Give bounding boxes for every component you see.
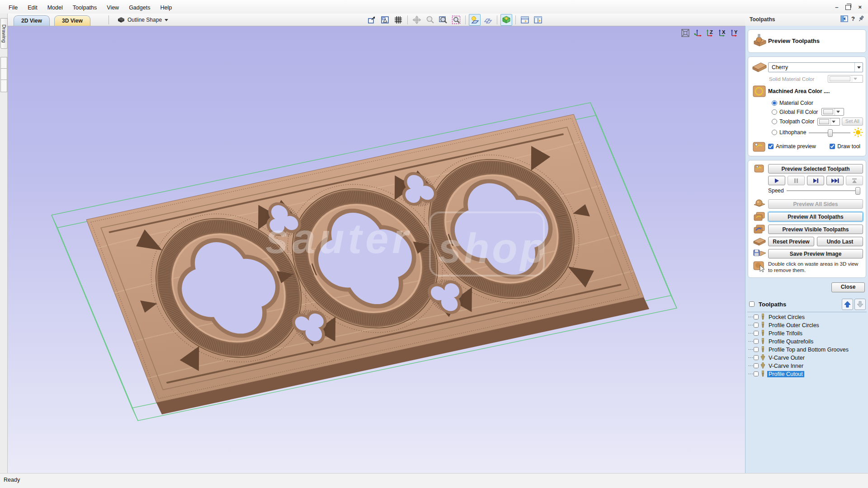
material-select-value: Cherry bbox=[769, 64, 854, 70]
menu-gadgets[interactable]: Gadgets bbox=[124, 4, 155, 14]
toolpath-item-label: Profile Top and Bottom Grooves bbox=[767, 347, 850, 353]
toolpath-item[interactable]: V-Carve Outer bbox=[748, 354, 868, 362]
menu-edit[interactable]: Edit bbox=[23, 4, 42, 14]
collapsed-panel-box[interactable] bbox=[0, 57, 7, 70]
material-select[interactable]: Cherry bbox=[768, 62, 863, 72]
toolpath-color-radio[interactable] bbox=[772, 119, 777, 124]
view-down-y-icon[interactable]: Y bbox=[729, 28, 740, 38]
collapsed-panel-box[interactable] bbox=[0, 80, 7, 92]
toolpaths-panel: Preview Toolpaths Cherry Solid Material … bbox=[745, 26, 868, 473]
close-button[interactable]: Close bbox=[831, 282, 865, 292]
tab-3d-view[interactable]: 3D View bbox=[54, 15, 90, 26]
preview-all-sides-button[interactable]: Preview All Sides bbox=[768, 199, 863, 209]
svg-text:Y: Y bbox=[734, 29, 738, 35]
play-icon[interactable] bbox=[768, 176, 785, 185]
lithophane-slider[interactable] bbox=[809, 129, 850, 136]
toolpath-item[interactable]: Profile Trifoils bbox=[748, 329, 868, 338]
toolpath-color-dropdown[interactable] bbox=[817, 118, 840, 126]
pan-icon[interactable] bbox=[411, 14, 423, 26]
outline-shape-button[interactable]: Outline Shape bbox=[114, 15, 172, 24]
minimize-icon[interactable]: – bbox=[835, 4, 838, 10]
axis-view-buttons: Z X Y bbox=[680, 28, 740, 38]
toolpath-item[interactable]: Profile Top and Bottom Grooves bbox=[748, 346, 868, 354]
end-mill-icon bbox=[760, 322, 766, 328]
3d-viewport[interactable]: sauter shop Z bbox=[8, 26, 745, 473]
zoom-to-drawing-icon[interactable] bbox=[379, 14, 391, 26]
left-tab-strip: Drawing bbox=[0, 14, 8, 473]
zoom-selection-icon[interactable] bbox=[450, 14, 462, 26]
speed-slider[interactable] bbox=[787, 187, 860, 194]
global-fill-color-radio[interactable] bbox=[772, 109, 777, 115]
tab-drawing[interactable]: Drawing bbox=[0, 18, 8, 49]
view-tab-bar: 2D View 3D View Outline Shape bbox=[0, 14, 745, 26]
view-down-x-icon[interactable]: X bbox=[717, 28, 727, 38]
menu-view[interactable]: View bbox=[102, 4, 124, 14]
collapsed-panel-box[interactable] bbox=[0, 68, 7, 81]
menu-file[interactable]: File bbox=[4, 4, 23, 14]
step-forward-icon[interactable] bbox=[807, 176, 824, 185]
toolpath-item[interactable]: Profile Quatrefoils bbox=[748, 338, 868, 346]
draw-tool-checkbox[interactable] bbox=[830, 144, 835, 149]
toolpath-visibility-checkbox[interactable] bbox=[754, 347, 759, 352]
zoom-window-icon[interactable] bbox=[437, 14, 449, 26]
tab-2d-view[interactable]: 2D View bbox=[14, 15, 50, 26]
move-up-button[interactable] bbox=[842, 299, 853, 310]
skip-to-end-icon[interactable] bbox=[846, 176, 863, 185]
toggle-2d-data-icon[interactable] bbox=[469, 14, 481, 26]
zoom-icon[interactable] bbox=[424, 14, 436, 26]
toolpath-visibility-checkbox[interactable] bbox=[754, 363, 759, 368]
toolpath-visibility-checkbox[interactable] bbox=[754, 371, 759, 376]
toolpath-visibility-checkbox[interactable] bbox=[754, 355, 759, 360]
set-all-button[interactable]: Set All bbox=[842, 117, 863, 126]
toolpath-item-selected[interactable]: Profile Cutout bbox=[748, 370, 868, 378]
toolpath-item[interactable]: Pocket Circles bbox=[748, 313, 868, 321]
move-down-button[interactable] bbox=[854, 299, 866, 310]
toolpath-item[interactable]: Profile Outer Circles bbox=[748, 321, 868, 329]
view-down-z-icon[interactable]: Z bbox=[704, 28, 715, 38]
visible-toolpaths-icon bbox=[751, 224, 768, 235]
solid-material-color-dropdown[interactable] bbox=[828, 75, 863, 83]
title-bar: File Edit Model Toolpaths View Gadgets H… bbox=[0, 0, 868, 14]
toggle-material-block-icon[interactable] bbox=[500, 14, 512, 26]
fast-forward-icon[interactable] bbox=[826, 176, 844, 185]
menu-model[interactable]: Model bbox=[42, 4, 68, 14]
wireframe-box-icon[interactable] bbox=[680, 28, 691, 38]
reset-preview-button[interactable]: Reset Preview bbox=[768, 237, 814, 246]
pause-icon[interactable] bbox=[788, 176, 805, 185]
toolpath-visibility-checkbox[interactable] bbox=[754, 331, 759, 336]
global-fill-color-dropdown[interactable] bbox=[821, 108, 844, 116]
menu-help[interactable]: Help bbox=[155, 4, 177, 14]
toolpath-visibility-checkbox[interactable] bbox=[754, 314, 759, 319]
preview-tool-icon bbox=[751, 164, 768, 174]
chevron-down-icon bbox=[852, 75, 858, 82]
restore-icon[interactable] bbox=[845, 5, 851, 10]
layout-split-a-icon[interactable] bbox=[519, 14, 531, 26]
end-mill-icon bbox=[760, 346, 766, 353]
toolpath-item[interactable]: V-Carve Inner bbox=[748, 362, 868, 370]
close-icon[interactable]: × bbox=[858, 4, 862, 10]
waste-area-note: Double click on waste areas in 3D view t… bbox=[768, 261, 862, 274]
pin-icon[interactable] bbox=[858, 15, 864, 22]
lithophane-radio[interactable] bbox=[772, 130, 777, 135]
undo-last-button[interactable]: Undo Last bbox=[817, 237, 863, 246]
dock-panel-icon[interactable] bbox=[840, 15, 848, 22]
help-icon[interactable]: ? bbox=[851, 15, 855, 22]
material-color-radio[interactable] bbox=[772, 100, 777, 106]
animate-preview-checkbox[interactable] bbox=[768, 144, 774, 149]
layout-split-b-icon[interactable] bbox=[532, 14, 544, 26]
preview-visible-toolpaths-button[interactable]: Preview Visible Toolpaths bbox=[768, 225, 863, 234]
isometric-view-icon[interactable] bbox=[692, 28, 703, 38]
toolpath-visibility-checkbox[interactable] bbox=[754, 339, 759, 344]
svg-text:X: X bbox=[722, 29, 726, 35]
save-preview-image-button[interactable]: Save Preview Image bbox=[768, 249, 863, 258]
status-bar: Ready bbox=[0, 473, 868, 488]
menu-toolpaths[interactable]: Toolpaths bbox=[68, 4, 102, 14]
preview-selected-toolpath-button[interactable]: Preview Selected Toolpath bbox=[768, 164, 863, 174]
toolpath-visibility-checkbox[interactable] bbox=[754, 323, 759, 328]
toggle-vectors-icon[interactable] bbox=[482, 14, 494, 26]
animate-wood-icon bbox=[751, 141, 768, 152]
toolpaths-master-checkbox[interactable] bbox=[749, 301, 755, 307]
preview-all-toolpaths-button[interactable]: Preview All Toolpaths bbox=[768, 212, 863, 221]
zoom-to-fit-icon[interactable] bbox=[366, 14, 378, 26]
toggle-grid-icon[interactable] bbox=[392, 14, 404, 26]
